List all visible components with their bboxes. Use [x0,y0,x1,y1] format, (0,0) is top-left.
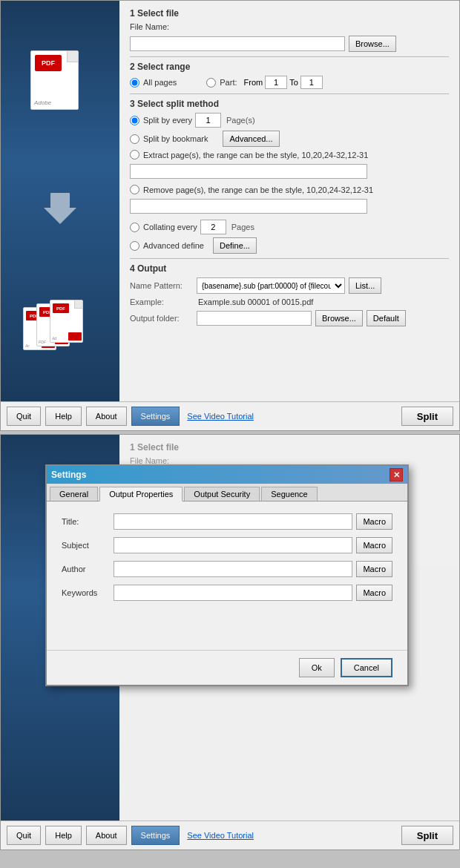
split-bookmark-row: Split by bookmark Advanced... [130,131,449,147]
title-label: Title: [62,517,114,526]
about-button-2[interactable]: About [86,826,127,845]
tutorial-link-1[interactable]: See Video Tutorial [187,412,254,421]
pattern-row: Name Pattern: {basename}.sub {part:00000… [130,277,449,294]
collate-label: Collating every [143,223,197,231]
main-content-1: 1 Select file File Name: Browse... 2 Sel… [119,1,459,401]
tab-general[interactable]: General [50,487,98,501]
tab-output-security[interactable]: Output Security [184,487,260,501]
section1-title: 1 Select file [130,8,449,19]
about-button-1[interactable]: About [86,407,127,426]
pdf-icon-top: PDF Adobe [30,50,90,117]
adv-define-radio[interactable] [130,241,139,251]
keywords-macro-button[interactable]: Macro [356,585,392,601]
split-pages-input[interactable] [195,113,221,128]
top-panel-1: PDF Adobe PDF Ac PDF [1,1,459,401]
subject-macro-button[interactable]: Macro [356,537,392,553]
mini-pdf-3: PDF Ad [50,300,83,343]
split-every-radio[interactable] [130,116,139,125]
toolbar-2: Quit Help About Settings See Video Tutor… [1,821,459,849]
dialog-close-button[interactable]: ✕ [390,468,403,481]
section2-title: 2 Select range [130,62,449,72]
split-bookmark-radio[interactable] [130,134,139,144]
folder-row: Output folder: Browse... Default [130,310,449,326]
ok-button[interactable]: Ok [299,658,335,677]
subject-label: Subject [62,541,114,550]
tab-output-properties[interactable]: Output Properties [99,487,183,502]
section4-title: 4 Output [130,263,449,274]
from-input[interactable] [265,76,287,89]
from-label: From [244,78,263,87]
tab-seguence[interactable]: Seguence [261,487,318,501]
to-label: To [289,78,298,87]
split-bookmark-label: Split by bookmark [143,134,208,143]
help-button-1[interactable]: Help [45,407,82,426]
tutorial-link-2[interactable]: See Video Tutorial [187,831,254,840]
quit-button-2[interactable]: Quit [7,826,41,845]
collate-input[interactable] [200,220,226,234]
split-button-1[interactable]: Split [401,407,453,426]
toolbar-1: Quit Help About Settings See Video Tutor… [1,401,459,430]
main-window-1: PDF Adobe PDF Ac PDF [0,0,460,431]
keywords-input[interactable] [114,585,352,601]
example-value: Example.sub 00001 of 0015.pdf [198,297,313,306]
list-button[interactable]: List... [349,277,381,294]
dialog-title: Settings [51,470,86,480]
dialog-footer: Ok Cancel [47,650,407,685]
collate-row: Collating every Pages [130,220,449,234]
default-button[interactable]: Default [367,310,406,326]
settings-button-2[interactable]: Settings [131,826,180,845]
pdf-page: PDF Adobe [30,50,79,110]
settings-button-1[interactable]: Settings [131,407,180,426]
pattern-label: Name Pattern: [130,281,197,290]
author-input[interactable] [114,561,352,577]
author-macro-button[interactable]: Macro [356,561,392,577]
part-radio[interactable] [206,78,216,88]
subject-input[interactable] [114,537,352,553]
help-button-2[interactable]: Help [45,826,82,845]
subject-row: Subject Macro [62,537,392,553]
file-name-input[interactable] [130,36,345,51]
extract-label: Extract page(s), the range can be the st… [143,151,368,160]
remove-row: Remove page(s), the range can be the sty… [130,185,449,194]
section1-title-2: 1 Select file [130,442,449,453]
range-group: Part: From To [206,76,323,89]
extract-row: Extract page(s), the range can be the st… [130,150,449,160]
extract-radio[interactable] [130,150,139,160]
to-input[interactable] [300,76,323,89]
remove-input-wrap [130,197,449,217]
cancel-button[interactable]: Cancel [341,658,392,677]
example-label: Example: [130,297,197,306]
all-pages-radio[interactable] [130,78,139,88]
section3-title: 3 Select split method [130,99,449,109]
remove-radio[interactable] [130,185,139,194]
advanced-button[interactable]: Advanced... [223,131,279,147]
keywords-row: Keywords Macro [62,585,392,601]
browse-button-1[interactable]: Browse... [349,36,396,52]
split-every-label: Split by every [143,116,192,125]
title-input[interactable] [114,513,352,530]
quit-button-1[interactable]: Quit [7,407,41,426]
adobe-label: Adobe [34,99,51,106]
pattern-select[interactable]: {basename}.sub {part:00000} of {filecoun… [197,277,345,294]
file-name-label: File Name: [130,22,189,31]
title-macro-button[interactable]: Macro [356,513,392,530]
top-panel-2: 1 Select file File Name: Browse... Setti… [1,435,459,821]
folder-input[interactable] [197,311,312,326]
dialog-body: Title: Macro Subject Macro Author Macro … [47,502,407,620]
define-button[interactable]: Define... [213,237,257,254]
arrow-down-icon [38,186,82,231]
author-label: Author [62,565,114,573]
example-row: Example: Example.sub 00001 of 0015.pdf [130,297,449,306]
multi-pdf-icon: PDF Ac PDF PDF PDF Ad [23,300,97,352]
file-name-row: File Name: [130,22,449,31]
all-pages-label: All pages [143,78,177,87]
collate-radio[interactable] [130,223,139,232]
split-every-row: Split by every Page(s) [130,113,449,128]
split-button-2[interactable]: Split [401,826,453,845]
remove-input[interactable] [130,199,367,214]
divider-3 [130,258,449,259]
folder-label: Output folder: [130,314,197,323]
browse-folder-button[interactable]: Browse... [315,310,363,326]
extract-input[interactable] [130,164,367,179]
all-pages-row: All pages Part: From To [130,76,449,89]
